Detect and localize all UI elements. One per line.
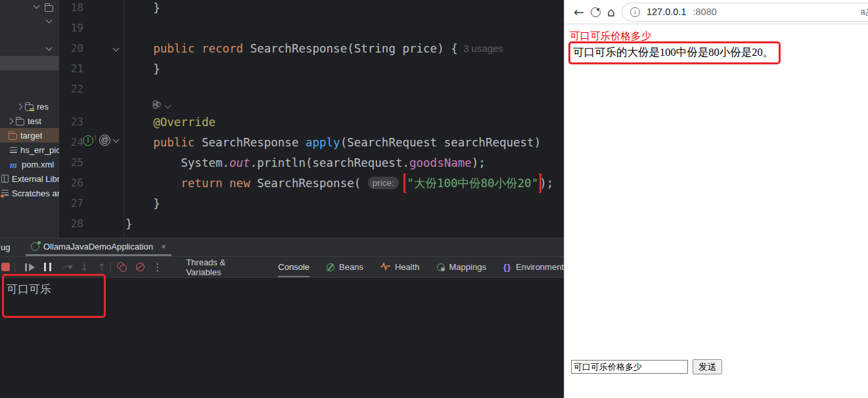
mute-breakpoints-icon[interactable]: [136, 263, 145, 271]
tree-item-label: hs_err_pic: [20, 145, 59, 155]
resume-icon[interactable]: [25, 263, 35, 272]
code-line[interactable]: 22: [59, 79, 564, 99]
divider: [14, 262, 15, 273]
url-port: :8080: [693, 7, 716, 17]
line-number: 20: [59, 42, 83, 55]
chevron-down-icon[interactable]: [46, 45, 53, 51]
folder-resources-icon: [25, 104, 34, 111]
browser-window: ← ⌂ i 127.0.0.1:8080 aあ 可口可乐价格多少 可口可乐的大份…: [564, 0, 868, 398]
chevron-down-icon[interactable]: [113, 136, 120, 143]
editor-gutter: 25: [59, 152, 124, 173]
tree-item-target[interactable]: target: [0, 128, 59, 143]
more-options-icon[interactable]: ⋮: [152, 261, 162, 273]
tab-environment[interactable]: {}Environment: [503, 257, 564, 277]
folder-target-icon: [9, 133, 17, 140]
tab-mappings[interactable]: Mappings: [437, 257, 486, 277]
editor-gutter: 20: [59, 38, 124, 58]
pulse-icon: [380, 262, 390, 273]
tab-threads-variables[interactable]: Threads & Variables: [186, 257, 261, 277]
code-lines: 18 }1920 public record SearchResponse(St…: [59, 0, 564, 234]
annotation-rectangle: [2, 274, 106, 318]
annotation-marker-icon[interactable]: @: [99, 135, 110, 146]
step-over-icon[interactable]: [62, 266, 71, 271]
folder-icon[interactable]: [45, 5, 53, 12]
tool-window-label[interactable]: ug: [1, 242, 18, 252]
line-number: 22: [59, 83, 83, 95]
tree-item-hs-err-pic[interactable]: hs_err_pic: [0, 143, 59, 157]
bean-icon: [327, 263, 334, 271]
code-text: public record SearchResponse(String pric…: [124, 42, 564, 55]
pause-icon[interactable]: [44, 263, 51, 271]
input-row: 发送: [571, 359, 722, 374]
chevron-right-icon[interactable]: [7, 118, 14, 124]
code-text: return new SearchResponse( price: "大份100…: [124, 173, 564, 193]
code-line[interactable]: 25 System.out.println(searchRequest.good…: [59, 152, 564, 173]
chevron-down-icon[interactable]: [46, 17, 53, 24]
code-text: public SearchResponse apply(SearchReques…: [124, 136, 564, 149]
step-out-icon[interactable]: ↑: [98, 261, 106, 273]
tree-item-scratches-an[interactable]: Scratches an: [0, 186, 59, 200]
fold-chevron-icon[interactable]: [113, 45, 120, 52]
tab-console[interactable]: Console: [278, 257, 309, 277]
editor-gutter: 23: [59, 112, 124, 132]
code-line[interactable]: 18 }: [59, 0, 564, 18]
code-inlay-line[interactable]: [59, 99, 564, 112]
braces-icon: {}: [503, 262, 511, 272]
stop-icon[interactable]: [1, 263, 10, 271]
code-line[interactable]: 27 }: [59, 193, 564, 213]
close-icon[interactable]: ×: [161, 242, 166, 252]
line-number: 18: [59, 1, 83, 14]
tree-item-test[interactable]: test: [0, 114, 59, 128]
editor-gutter: 27: [59, 193, 124, 213]
debug-view-tabs: Threads & VariablesConsoleBeansHealthMap…: [186, 257, 564, 277]
divider: [110, 262, 111, 273]
back-icon[interactable]: ←: [574, 6, 584, 18]
code-line[interactable]: 19: [59, 18, 564, 38]
tree-item-res[interactable]: res: [0, 99, 59, 114]
home-icon[interactable]: ⌂: [607, 6, 615, 18]
info-icon[interactable]: i: [630, 7, 640, 17]
debug-console[interactable]: 可口可乐: [0, 278, 564, 398]
translate-icon[interactable]: aあ: [860, 6, 868, 18]
tree-item-label: Scratches an: [12, 188, 59, 198]
send-button[interactable]: 发送: [693, 359, 722, 374]
editor-gutter: 18: [59, 0, 124, 18]
code-editor[interactable]: 18 }1920 public record SearchResponse(St…: [59, 0, 564, 238]
chevron-right-icon[interactable]: [16, 103, 23, 110]
refresh-icon[interactable]: [591, 7, 601, 17]
line-number: 28: [59, 217, 83, 230]
code-line[interactable]: 20 public record SearchResponse(String p…: [59, 38, 564, 58]
selected-tree-row[interactable]: [0, 56, 59, 70]
chevron-down-icon[interactable]: [34, 3, 40, 9]
implemented-marker-icon[interactable]: I: [83, 135, 93, 146]
tab-label: Health: [395, 262, 420, 272]
tree-item-pom-xml[interactable]: pom.xml: [0, 157, 59, 171]
spring-bean-icon[interactable]: [152, 99, 162, 112]
code-text: [124, 99, 564, 112]
view-breakpoints-icon[interactable]: [117, 262, 127, 272]
tree-item-external-libra[interactable]: External Libra: [0, 171, 59, 186]
message-input[interactable]: [571, 360, 688, 374]
address-bar[interactable]: i 127.0.0.1:8080 aあ: [622, 3, 868, 22]
line-number: 25: [59, 156, 83, 169]
debug-tab-bar: ug OllamaJavaDemoApplication ×: [0, 238, 564, 256]
code-text: }: [124, 217, 564, 231]
tree-item-label: External Libra: [12, 174, 59, 184]
step-into-icon[interactable]: ↓: [80, 261, 89, 273]
tab-health[interactable]: Health: [380, 257, 420, 277]
run-config-tab[interactable]: OllamaJavaDemoApplication ×: [26, 238, 171, 256]
chevron-down-icon[interactable]: [165, 102, 171, 109]
code-line[interactable]: 21 }: [59, 58, 564, 79]
code-line[interactable]: 28}: [59, 213, 564, 234]
answer-wrap: 可口可乐的大份是100中份是80小份是20。: [568, 41, 781, 64]
project-tree: restesttargeths_err_picpom.xmlExternal L…: [0, 99, 59, 200]
line-number: 24: [59, 136, 83, 148]
answer-text: 可口可乐的大份是100中份是80小份是20。: [568, 41, 781, 64]
run-config-label: OllamaJavaDemoApplication: [43, 242, 153, 252]
tab-label: Environment: [516, 262, 564, 272]
code-line[interactable]: 23 @Override: [59, 112, 564, 132]
tab-beans[interactable]: Beans: [327, 257, 363, 277]
code-line[interactable]: 26 return new SearchResponse( price: "大份…: [59, 173, 564, 193]
code-line[interactable]: 24I@ public SearchResponse apply(SearchR…: [59, 132, 564, 152]
parameter-hint: price:: [368, 177, 399, 189]
